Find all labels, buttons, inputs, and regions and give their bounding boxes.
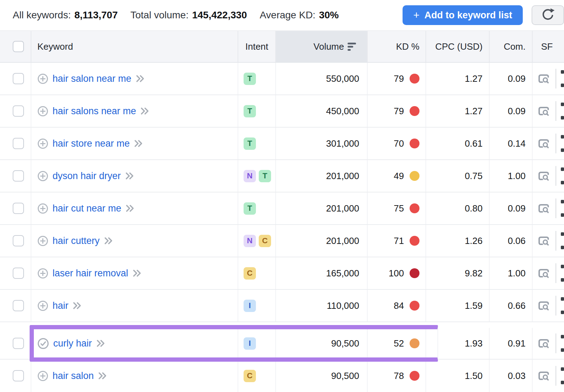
keyword-link[interactable]: curly hair <box>53 338 92 349</box>
expand-chevrons-icon[interactable] <box>96 339 105 348</box>
expand-chevrons-icon[interactable] <box>73 301 81 310</box>
keyword-link[interactable]: hair cut near me <box>53 203 121 214</box>
volume-cell: 90,500 <box>276 360 368 392</box>
keyword-link[interactable]: hair store near me <box>53 138 130 149</box>
table-row: hair store near me T 301,000 70 0.61 <box>0 128 564 160</box>
expand-chevrons-icon[interactable] <box>140 107 149 115</box>
row-checkbox[interactable] <box>13 338 24 349</box>
row-checkbox[interactable] <box>13 203 24 214</box>
stat-average-kd: Average KD: 30% <box>260 10 339 21</box>
row-checkbox[interactable] <box>13 300 24 311</box>
keyword-cell: hair salon near me <box>31 63 238 94</box>
keyword-cell: hair salons near me <box>31 95 238 127</box>
expand-chevrons-icon[interactable] <box>133 269 141 277</box>
stat-total-volume: Total volume: 145,422,330 <box>130 10 247 21</box>
keyword-link[interactable]: hair salon <box>53 370 94 381</box>
add-keyword-plus-icon[interactable] <box>37 106 48 117</box>
expand-chevrons-icon[interactable] <box>125 172 134 180</box>
volume-cell: 90,500 <box>276 328 368 359</box>
kd-cell: 84 <box>368 290 426 321</box>
add-keyword-plus-icon[interactable] <box>37 138 48 149</box>
volume-cell: 550,000 <box>276 63 368 94</box>
keyword-cell: laser hair removal <box>31 257 238 289</box>
keyword-magic-tool-screen: All keywords: 8,113,707 Total volume: 14… <box>0 0 564 392</box>
row-checkbox[interactable] <box>13 170 24 182</box>
expand-chevrons-icon[interactable] <box>136 74 145 83</box>
row-checkbox[interactable] <box>13 105 24 117</box>
serp-features-icon[interactable] <box>538 338 549 349</box>
volume-cell: 110,000 <box>276 290 368 321</box>
serp-features-icon[interactable] <box>538 138 549 149</box>
column-header-volume-sorted[interactable]: Volume <box>276 31 368 62</box>
expand-chevrons-icon[interactable] <box>104 237 113 245</box>
add-keyword-plus-icon[interactable] <box>37 73 48 84</box>
volume-cell: 301,000 <box>276 128 368 159</box>
column-header-sf[interactable]: SF <box>533 31 564 62</box>
row-checkbox[interactable] <box>13 268 24 279</box>
kd-dot <box>410 268 419 278</box>
row-checkbox[interactable] <box>13 138 24 149</box>
intent-cell: T <box>238 128 276 159</box>
column-header-cpc[interactable]: CPC (USD) <box>426 31 490 62</box>
add-keyword-plus-icon[interactable] <box>37 171 48 182</box>
refresh-button[interactable] <box>532 5 564 25</box>
add-keyword-plus-icon[interactable] <box>37 203 48 214</box>
cell-divider <box>556 366 556 386</box>
cpc-cell: 9.82 <box>426 257 490 289</box>
serp-features-icon[interactable] <box>538 203 549 214</box>
row-checkbox-cell <box>0 360 31 392</box>
cell-divider <box>556 263 556 283</box>
keyword-link[interactable]: hair cuttery <box>53 235 100 246</box>
sf-cell <box>533 360 564 392</box>
add-to-keyword-list-button[interactable]: + Add to keyword list <box>403 5 523 25</box>
select-all-checkbox[interactable] <box>13 41 24 52</box>
add-keyword-plus-icon[interactable] <box>37 235 48 246</box>
expand-chevrons-icon[interactable] <box>125 204 134 213</box>
keyword-cell: hair salon <box>31 360 238 392</box>
serp-features-icon[interactable] <box>538 235 549 246</box>
kd-value: 78 <box>394 370 404 381</box>
column-header-keyword[interactable]: Keyword <box>31 31 238 62</box>
intent-badge-N: N <box>244 235 256 247</box>
add-keyword-plus-icon[interactable] <box>37 268 48 279</box>
cpc-value: 1.27 <box>465 106 483 117</box>
kd-value: 52 <box>394 338 404 349</box>
keyword-link[interactable]: hair <box>53 300 68 311</box>
serp-features-icon[interactable] <box>538 170 549 182</box>
kd-dot <box>410 139 419 148</box>
cpc-value: 9.82 <box>465 268 483 279</box>
com-value: 0.66 <box>508 300 526 311</box>
column-header-com[interactable]: Com. <box>490 31 533 62</box>
keyword-link[interactable]: dyson hair dryer <box>53 171 121 182</box>
stat-all-keywords: All keywords: 8,113,707 <box>13 10 118 21</box>
keyword-link[interactable]: laser hair removal <box>53 268 128 279</box>
keyword-added-check-icon[interactable] <box>37 338 49 349</box>
intent-badges: T <box>238 105 256 117</box>
serp-features-icon[interactable] <box>538 268 549 279</box>
kd-cell: 49 <box>368 160 426 192</box>
column-header-intent[interactable]: Intent <box>238 31 276 62</box>
add-keyword-plus-icon[interactable] <box>37 370 48 381</box>
serp-features-icon[interactable] <box>538 370 549 381</box>
expand-chevrons-icon[interactable] <box>134 139 143 148</box>
volume-value: 301,000 <box>326 138 359 149</box>
intent-badges: I <box>238 337 256 350</box>
cell-divider <box>556 198 556 218</box>
keyword-link[interactable]: hair salons near me <box>53 106 136 117</box>
expand-chevrons-icon[interactable] <box>98 372 107 380</box>
serp-features-icon[interactable] <box>538 105 549 117</box>
serp-features-icon[interactable] <box>538 73 549 84</box>
keyword-link[interactable]: hair salon near me <box>53 73 131 84</box>
row-checkbox[interactable] <box>13 370 24 381</box>
column-header-kd[interactable]: KD % <box>368 31 426 62</box>
row-checkbox[interactable] <box>13 235 24 246</box>
kd-cell: 100 <box>368 257 426 289</box>
row-checkbox-cell <box>0 95 31 127</box>
cell-divider <box>556 231 556 251</box>
header-checkbox-cell <box>0 31 31 62</box>
table-row: hair salon near me T 550,000 79 1.27 <box>0 63 564 95</box>
row-checkbox[interactable] <box>13 73 24 84</box>
table-row: laser hair removal C 165,000 100 9.82 <box>0 257 564 290</box>
serp-features-icon[interactable] <box>538 300 549 311</box>
add-keyword-plus-icon[interactable] <box>37 300 48 311</box>
